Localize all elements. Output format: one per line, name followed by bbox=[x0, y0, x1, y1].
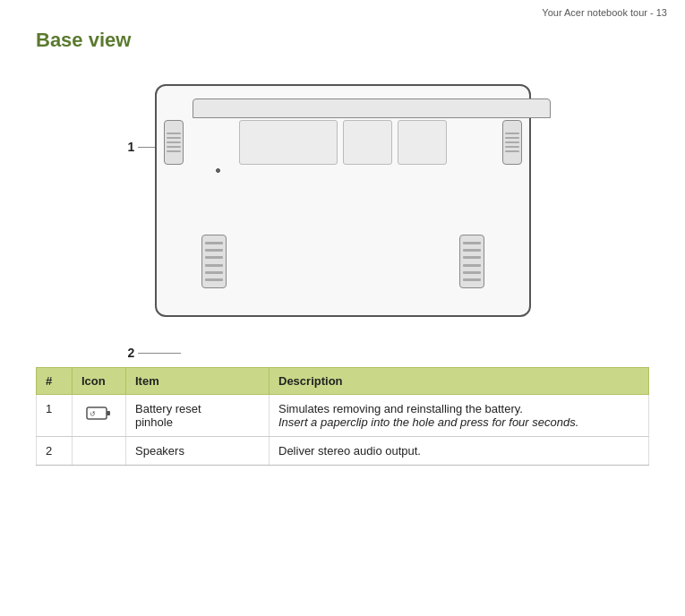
speaker-line bbox=[505, 141, 519, 143]
page-header: Your Acer notebook tour - 13 bbox=[0, 0, 685, 21]
speaker-line bbox=[167, 137, 181, 139]
col-header-item: Item bbox=[126, 368, 270, 395]
features-table: # Icon Item Description 1 ↺ Battery bbox=[36, 367, 649, 466]
battery-reset-icon: ↺ bbox=[85, 402, 114, 424]
col-header-number: # bbox=[37, 368, 73, 395]
speaker-v-line bbox=[205, 249, 223, 252]
row1-desc-italic: Insert a paperclip into the hole and pre… bbox=[278, 415, 578, 429]
page-info: Your Acer notebook tour - 13 bbox=[542, 7, 667, 18]
speaker-line bbox=[167, 141, 181, 143]
speaker-v-line bbox=[463, 242, 481, 244]
button-small-1 bbox=[343, 120, 392, 165]
speaker-v-line bbox=[463, 264, 481, 267]
speaker-lines-right bbox=[505, 133, 519, 152]
left-speaker-top bbox=[164, 120, 184, 165]
speaker-line bbox=[167, 150, 181, 152]
page-title: Base view bbox=[0, 21, 685, 66]
label-2-line bbox=[138, 353, 181, 354]
row1-item-line2: pinhole bbox=[135, 415, 173, 429]
row2-item: Speakers bbox=[126, 437, 270, 466]
speaker-line bbox=[505, 150, 519, 152]
notebook-diagram: 1 bbox=[128, 75, 558, 344]
table-row: 2 Speakers Deliver stereo audio output. bbox=[37, 437, 649, 466]
table-row: 1 ↺ Battery reset pinhole Simulates remo… bbox=[37, 395, 649, 437]
col-header-icon: Icon bbox=[73, 368, 126, 395]
row1-item: Battery reset pinhole bbox=[126, 395, 270, 437]
bottom-left-speaker bbox=[201, 235, 227, 288]
bottom-right-speaker bbox=[459, 235, 484, 288]
battery-reset-pinhole bbox=[216, 168, 220, 173]
hinge-bar bbox=[193, 98, 551, 118]
svg-rect-1 bbox=[107, 411, 110, 415]
speaker-v-line bbox=[463, 271, 481, 274]
speaker-lines-left bbox=[167, 133, 181, 152]
row1-desc-normal: Simulates removing and reinstalling the … bbox=[278, 402, 523, 415]
row1-item-line1: Battery reset bbox=[135, 402, 201, 415]
row2-description: Deliver stereo audio output. bbox=[270, 437, 649, 466]
speaker-line bbox=[167, 133, 181, 134]
svg-text:↺: ↺ bbox=[90, 410, 96, 418]
diagram-area: 1 bbox=[0, 66, 685, 353]
row1-number: 1 bbox=[37, 395, 73, 437]
speaker-line bbox=[505, 133, 519, 134]
row1-description: Simulates removing and reinstalling the … bbox=[270, 395, 649, 437]
speaker-line bbox=[167, 146, 181, 148]
speaker-v-line bbox=[205, 242, 223, 244]
col-header-description: Description bbox=[270, 368, 649, 395]
diagram-label-2: 2 bbox=[128, 346, 182, 360]
speaker-v-line bbox=[205, 278, 223, 281]
speaker-line bbox=[505, 137, 519, 139]
right-speaker-top bbox=[502, 120, 522, 165]
speaker-v-line bbox=[205, 271, 223, 274]
speaker-v-line bbox=[463, 256, 481, 259]
speaker-line bbox=[505, 146, 519, 148]
row2-icon-cell bbox=[73, 437, 126, 466]
laptop-base-outline bbox=[155, 84, 531, 317]
touchpad bbox=[239, 120, 338, 165]
table-container: # Icon Item Description 1 ↺ Battery bbox=[36, 367, 649, 466]
speaker-v-line bbox=[463, 249, 481, 252]
row1-icon-cell: ↺ bbox=[73, 395, 126, 437]
table-header-row: # Icon Item Description bbox=[37, 368, 649, 395]
speaker-v-line bbox=[205, 264, 223, 267]
speaker-v-line bbox=[205, 256, 223, 259]
button-small-2 bbox=[398, 120, 447, 165]
row2-number: 2 bbox=[37, 437, 73, 466]
speaker-v-line bbox=[463, 278, 481, 281]
